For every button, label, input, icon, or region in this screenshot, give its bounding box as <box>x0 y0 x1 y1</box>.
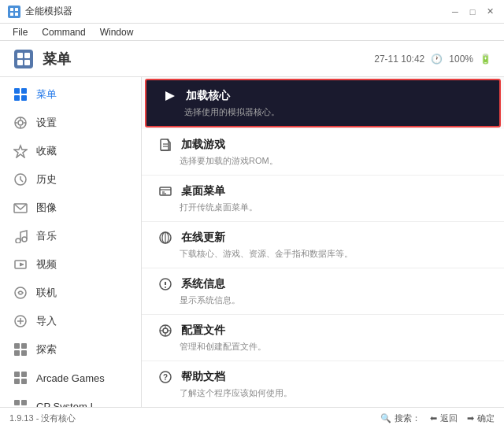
content-item-3[interactable]: 在线更新 下载核心、游戏、资源、金手指和数据库等。 <box>142 222 504 268</box>
svg-rect-1 <box>15 8 18 11</box>
item-desc-2: 打开传统桌面菜单。 <box>158 202 488 213</box>
content-item-4[interactable]: 系统信息 显示系统信息。 <box>142 268 504 315</box>
toolbar-title: 菜单 <box>43 50 374 68</box>
svg-point-56 <box>163 328 168 333</box>
item-title-0: 加载核心 <box>186 89 230 103</box>
sidebar-item-4[interactable]: 图像 <box>0 194 141 222</box>
item-icon-2 <box>158 183 173 199</box>
svg-rect-6 <box>24 53 30 58</box>
status-actions: 🔍 搜索： ⬅ 返回 ➡ 确定 <box>380 412 495 424</box>
title-bar: 全能模拟器 ─ □ ✕ <box>0 0 504 24</box>
sidebar-icon-0 <box>13 87 28 102</box>
svg-point-54 <box>165 287 166 288</box>
toolbar-info: 27-11 10:42 🕐 100% 🔋 <box>374 54 491 65</box>
item-icon-1 <box>158 137 173 153</box>
sidebar-icon-5 <box>13 228 28 244</box>
svg-rect-37 <box>14 400 20 405</box>
svg-rect-0 <box>10 8 13 11</box>
back-button[interactable]: ⬅ 返回 <box>430 412 458 424</box>
content-item-6[interactable]: ? 帮助文档 了解这个程序应该如何使用。 <box>142 361 504 407</box>
svg-rect-10 <box>21 88 27 94</box>
svg-rect-33 <box>14 372 20 377</box>
content-item-2[interactable]: 桌面菜单 打开传统桌面菜单。 <box>142 176 504 222</box>
sidebar-icon-8 <box>13 313 28 329</box>
sidebar-icon-11 <box>13 398 28 407</box>
sidebar-icon-2 <box>13 143 28 159</box>
main-layout: 菜单 设置 收藏 历史 图像 音乐 视频 联机 导入 探索 <box>0 77 504 407</box>
sidebar-item-7[interactable]: 联机 <box>0 279 141 307</box>
sidebar-item-3[interactable]: 历史 <box>0 165 141 194</box>
content-item-5[interactable]: 配置文件 管理和创建配置文件。 <box>142 315 504 361</box>
status-bar: 1.9.13 - 没有核心 🔍 搜索： ⬅ 返回 ➡ 确定 <box>0 407 504 429</box>
sidebar-item-10[interactable]: Arcade Games <box>0 364 141 392</box>
item-title-3: 在线更新 <box>181 231 225 245</box>
sidebar-item-9[interactable]: 探索 <box>0 335 141 364</box>
item-header-6: ? 帮助文档 <box>158 369 488 385</box>
search-icon: 🔍 <box>380 413 391 423</box>
sidebar-item-1[interactable]: 设置 <box>0 109 141 137</box>
sidebar-icon-7 <box>13 285 28 301</box>
close-button[interactable]: ✕ <box>484 6 496 18</box>
toolbar: 菜单 27-11 10:42 🕐 100% 🔋 <box>0 41 504 77</box>
svg-marker-41 <box>165 91 175 101</box>
svg-rect-36 <box>21 379 27 384</box>
battery-display: 100% <box>449 54 473 65</box>
maximize-button[interactable]: □ <box>466 6 479 18</box>
item-title-5: 配置文件 <box>181 324 225 338</box>
sidebar-item-5[interactable]: 音乐 <box>0 222 141 250</box>
item-desc-1: 选择要加载的游戏ROM。 <box>158 155 488 167</box>
svg-text:?: ? <box>163 373 168 382</box>
back-icon: ⬅ <box>430 413 437 423</box>
menu-command[interactable]: Command <box>35 25 91 39</box>
content-item-1[interactable]: 加载游戏 选择要加载的游戏ROM。 <box>142 129 504 176</box>
svg-rect-3 <box>15 13 18 16</box>
sidebar-item-11[interactable]: CP System I <box>0 392 141 407</box>
datetime-display: 27-11 10:42 <box>374 54 424 65</box>
clock-icon: 🕐 <box>431 54 443 65</box>
content-item-0[interactable]: 加载核心 选择使用的模拟器核心。 <box>145 79 501 128</box>
battery-icon: 🔋 <box>480 54 491 65</box>
sidebar-label-3: 历史 <box>36 172 57 187</box>
sidebar-label-4: 图像 <box>36 201 57 215</box>
toolbar-icon <box>13 48 35 70</box>
svg-point-25 <box>15 287 26 298</box>
svg-rect-9 <box>14 88 20 94</box>
svg-rect-11 <box>14 95 20 101</box>
content-area: 加载核心 选择使用的模拟器核心。 加载游戏 选择要加载的游戏ROM。 桌面菜单 … <box>142 77 504 407</box>
item-desc-4: 显示系统信息。 <box>158 294 488 306</box>
sidebar-icon-9 <box>13 342 28 357</box>
item-header-5: 配置文件 <box>158 323 488 338</box>
item-desc-0: 选择使用的模拟器核心。 <box>162 106 484 118</box>
sidebar-item-0[interactable]: 菜单 <box>0 80 141 109</box>
item-header-4: 系统信息 <box>158 276 488 292</box>
item-title-1: 加载游戏 <box>181 138 225 152</box>
sidebar-label-10: Arcade Games <box>36 372 105 384</box>
sidebar-item-8[interactable]: 导入 <box>0 307 141 335</box>
svg-rect-8 <box>24 60 30 65</box>
confirm-icon: ➡ <box>467 413 474 423</box>
svg-point-14 <box>18 120 23 125</box>
item-header-3: 在线更新 <box>158 230 488 246</box>
confirm-button[interactable]: ➡ 确定 <box>467 412 495 424</box>
menu-window[interactable]: Window <box>94 25 140 39</box>
item-title-4: 系统信息 <box>181 277 225 291</box>
sidebar-label-9: 探索 <box>36 342 57 357</box>
menu-file[interactable]: File <box>6 25 34 39</box>
minimize-button[interactable]: ─ <box>449 6 461 18</box>
svg-point-22 <box>16 239 20 243</box>
item-title-2: 桌面菜单 <box>181 184 225 198</box>
item-header-2: 桌面菜单 <box>158 183 488 199</box>
svg-rect-32 <box>21 350 27 356</box>
svg-marker-19 <box>14 146 27 157</box>
app-icon <box>8 6 20 18</box>
item-icon-4 <box>158 276 173 292</box>
item-desc-3: 下载核心、游戏、资源、金手指和数据库等。 <box>158 248 488 260</box>
sidebar-item-2[interactable]: 收藏 <box>0 137 141 165</box>
window-controls: ─ □ ✕ <box>449 6 496 18</box>
sidebar-label-1: 设置 <box>36 116 57 130</box>
search-button[interactable]: 🔍 搜索： <box>380 412 421 424</box>
sidebar-item-6[interactable]: 视频 <box>0 250 141 279</box>
item-desc-6: 了解这个程序应该如何使用。 <box>158 387 488 399</box>
sidebar-icon-3 <box>13 172 28 187</box>
version-info: 1.9.13 - 没有核心 <box>9 412 380 424</box>
